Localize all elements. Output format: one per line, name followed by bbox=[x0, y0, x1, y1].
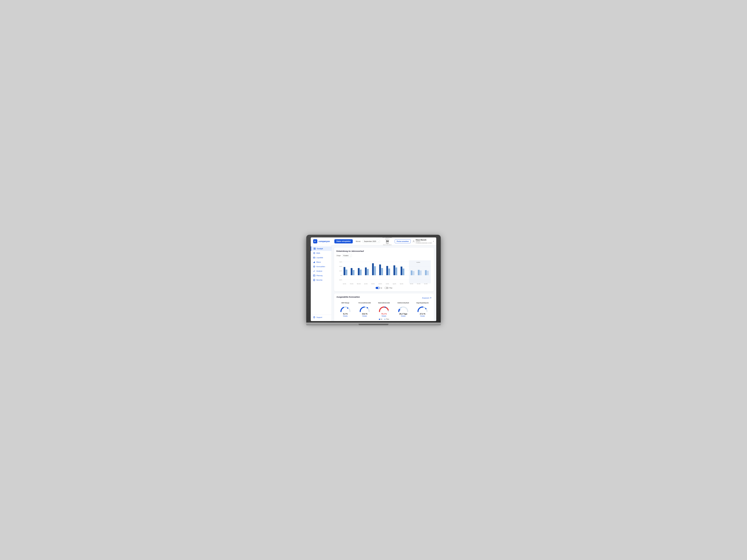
kz-debitor-details[interactable]: Details bbox=[401, 315, 406, 317]
svg-rect-27 bbox=[351, 268, 353, 275]
sidebar-item-bwa[interactable]: BWA bbox=[311, 251, 332, 256]
trial-info: Ihr Probezeitraum endet in 30 Tagen (bis… bbox=[382, 237, 393, 246]
zeige-select-wrapper[interactable]: Kosten bbox=[342, 254, 352, 257]
svg-rect-32 bbox=[367, 269, 369, 275]
sidebar: Cockpit BWA bbox=[311, 245, 332, 321]
sidebar-support-label: Support bbox=[316, 316, 322, 318]
svg-text:-250 T€: -250 T€ bbox=[339, 279, 342, 281]
kz-ebit-marge: EBIT-Marge 6,3 % bbox=[336, 302, 354, 317]
kennzahlen-grid: EBIT-Marge 6,3 % bbox=[336, 302, 432, 317]
sidebar-label-cockpit: Cockpit bbox=[317, 248, 323, 249]
logo-text: companyon bbox=[318, 240, 330, 242]
laptop-wrapper: companyon Daten einspielen Monat: Septem… bbox=[306, 235, 441, 325]
svg-text:Juli 2021: Juli 2021 bbox=[386, 284, 389, 285]
svg-point-1 bbox=[413, 240, 414, 241]
anpassen-button[interactable]: Anpassen ⚙ bbox=[422, 297, 432, 299]
kz-debitor: Debitorenlaufzeit 28,2 Tage bbox=[394, 302, 412, 317]
kz-dot-plan bbox=[384, 319, 385, 320]
monat-label: Monat: bbox=[356, 240, 361, 242]
sidebar-label-planung: Planung bbox=[316, 275, 323, 276]
svg-rect-35 bbox=[379, 264, 381, 275]
svg-rect-36 bbox=[381, 268, 383, 275]
kz-ebit-value: 6,3 % bbox=[343, 313, 347, 315]
chart-svg: 750 T€ 500 T€ 250 T€ 0 T€ -250 T€ Ausbli… bbox=[336, 259, 432, 286]
svg-text:Mai 2021: Mai 2021 bbox=[371, 284, 375, 285]
sidebar-item-cockpit[interactable]: Cockpit bbox=[311, 246, 332, 251]
kz-eigenkapital-details[interactable]: Details bbox=[420, 315, 425, 317]
svg-rect-46 bbox=[420, 270, 421, 275]
kz-eigenkapital-title: Eigenkapitalquote bbox=[416, 302, 429, 303]
kz-ebit-details[interactable]: Details bbox=[343, 315, 347, 317]
kz-personal-gauge bbox=[359, 305, 371, 312]
kz-material-title: Materialintensität bbox=[378, 302, 390, 303]
svg-rect-25 bbox=[344, 267, 345, 275]
monat-select-wrapper[interactable]: September 2020 bbox=[363, 240, 380, 243]
anpassen-label: Anpassen bbox=[422, 297, 429, 299]
legend-toggle-ist[interactable] bbox=[376, 287, 380, 289]
trial-label-tagen: Tagen bbox=[386, 243, 389, 244]
content-area: Entwicklung im Jahresverlauf Zeige: Kost… bbox=[332, 245, 436, 321]
analyse-icon bbox=[313, 270, 315, 272]
kz-debitor-gauge bbox=[397, 305, 409, 312]
legend-plan-label: Plan bbox=[389, 287, 392, 289]
svg-point-61 bbox=[347, 308, 348, 309]
svg-text:Juni 2021: Juni 2021 bbox=[379, 284, 382, 285]
sidebar-item-planung[interactable]: Planung bbox=[311, 273, 332, 278]
kz-personal-details[interactable]: Details bbox=[362, 315, 367, 317]
sidebar-item-kennzahlen[interactable]: Kennzahlen bbox=[311, 264, 332, 269]
kz-legend: Ist Plan bbox=[336, 318, 432, 320]
sidebar-label-liq: Liquidität bbox=[316, 257, 323, 259]
kennzahlen-card: Ausgewählte Kennzahlen Anpassen ⚙ EBIT-M… bbox=[334, 293, 434, 321]
kz-material-value: 70,3 % bbox=[381, 313, 387, 315]
kz-ebit-gauge bbox=[339, 305, 352, 312]
svg-text:Feb 2021: Feb 2021 bbox=[350, 284, 354, 285]
screen: companyon Daten einspielen Monat: Septem… bbox=[311, 237, 436, 321]
preise-ansehen-button[interactable]: Preise ansehen bbox=[395, 239, 411, 243]
kz-dot-ist bbox=[379, 319, 380, 320]
sidebar-item-liq[interactable]: Liquidität bbox=[311, 256, 332, 260]
svg-text:Dez 2021: Dez 2021 bbox=[424, 284, 428, 285]
support-icon bbox=[313, 316, 315, 318]
svg-point-62 bbox=[367, 307, 368, 309]
svg-rect-2 bbox=[314, 248, 314, 248]
svg-text:Ausblick: Ausblick bbox=[416, 262, 420, 263]
kz-legend-plan: Plan bbox=[384, 318, 389, 320]
svg-rect-30 bbox=[360, 270, 362, 275]
gear-icon: ⚙ bbox=[430, 297, 432, 299]
svg-rect-7 bbox=[313, 257, 315, 258]
main-layout: Cockpit BWA bbox=[311, 245, 436, 321]
planung-icon bbox=[313, 274, 315, 276]
user-avatar-icon bbox=[412, 240, 415, 243]
legend-ist-label: Ist bbox=[381, 287, 382, 289]
kennzahlen-icon bbox=[313, 266, 315, 268]
svg-rect-43 bbox=[411, 270, 412, 275]
liq-icon bbox=[313, 257, 315, 259]
svg-rect-41 bbox=[401, 267, 402, 275]
kz-material-gauge bbox=[378, 305, 390, 312]
trial-days: 30 bbox=[386, 240, 389, 243]
daten-einspielen-button[interactable]: Daten einspielen bbox=[334, 239, 353, 243]
logo-area: companyon bbox=[313, 239, 333, 243]
monat-select[interactable]: September 2020 bbox=[363, 240, 380, 243]
legend-ist: Ist bbox=[376, 287, 382, 289]
sidebar-item-berichte[interactable]: Berichte bbox=[311, 278, 332, 282]
chart-legend: Ist Plan bbox=[336, 287, 432, 289]
svg-rect-44 bbox=[413, 271, 414, 275]
svg-text:Apr 2021: Apr 2021 bbox=[364, 284, 368, 285]
zeige-label: Zeige: bbox=[336, 255, 341, 257]
bwa-icon bbox=[313, 252, 315, 254]
kz-material-details[interactable]: Details bbox=[382, 315, 386, 317]
zeige-select[interactable]: Kosten bbox=[342, 254, 352, 257]
svg-rect-40 bbox=[395, 267, 397, 275]
kz-material: Materialintensität 70,3 % bbox=[375, 302, 393, 317]
topbar: companyon Daten einspielen Monat: Septem… bbox=[311, 237, 436, 245]
legend-toggle-plan[interactable] bbox=[384, 287, 389, 289]
sidebar-label-bilanz: Bilanz bbox=[316, 261, 321, 263]
chevron-down-icon[interactable]: ▾ bbox=[433, 240, 434, 242]
chart-card: Entwicklung im Jahresverlauf Zeige: Kost… bbox=[334, 247, 434, 291]
sidebar-item-bilanz[interactable]: Bilanz bbox=[311, 260, 332, 264]
sidebar-item-analyse[interactable]: Analyse bbox=[311, 269, 332, 273]
bilanz-icon bbox=[313, 261, 315, 263]
sidebar-support[interactable]: Support bbox=[311, 315, 332, 320]
user-info: Klaus Bassek Wagner Produktionsbetriebe … bbox=[416, 239, 432, 244]
